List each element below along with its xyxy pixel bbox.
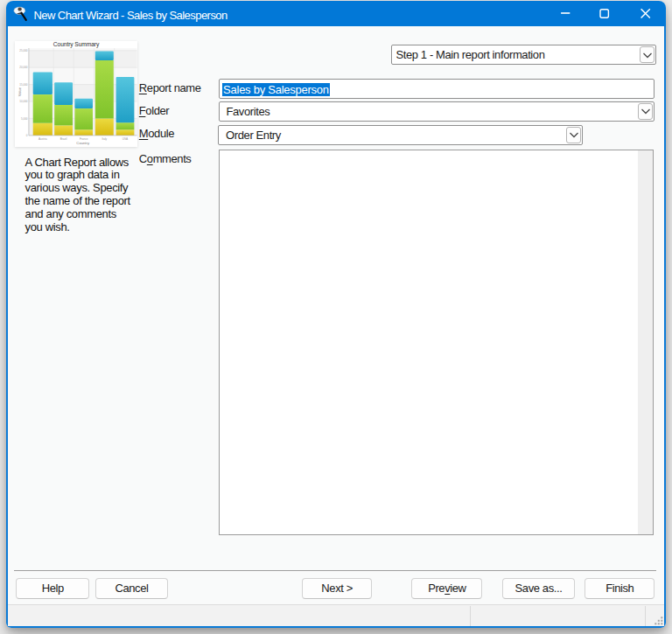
svg-text:Country Summary: Country Summary [53,41,100,48]
svg-text:Italy: Italy [102,136,107,140]
svg-text:0: 0 [26,133,28,136]
svg-text:10,000: 10,000 [19,100,28,103]
svg-text:15,000: 15,000 [19,82,28,86]
svg-text:5,000: 5,000 [21,116,28,120]
svg-text:Country: Country [76,141,90,145]
svg-text:20,000: 20,000 [19,66,28,69]
svg-text:Brazil: Brazil [60,136,67,140]
svg-text:France: France [80,136,88,140]
svg-text:Austria: Austria [38,136,47,140]
svg-text:25,000: 25,000 [19,49,28,52]
svg-text:Value: Value [18,87,22,96]
svg-text:USA: USA [122,136,129,140]
